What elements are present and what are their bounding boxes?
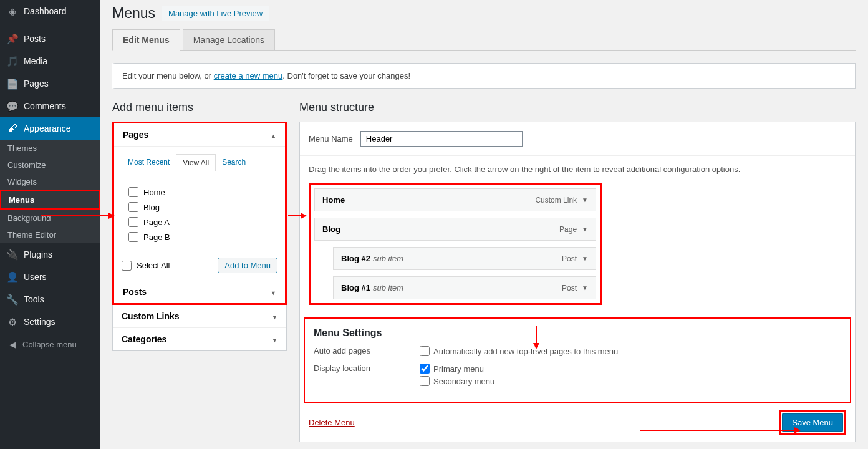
checkbox-secondary-menu[interactable]: [420, 376, 430, 386]
svg-marker-3: [301, 213, 307, 219]
custom-links-accordion-header[interactable]: Custom Links: [113, 305, 286, 328]
sidebar-item-dashboard[interactable]: ◈Dashboard: [0, 0, 100, 22]
checkbox-home[interactable]: [128, 187, 138, 197]
pages-icon: 📄: [6, 77, 19, 90]
appearance-submenu: Themes Customize Widgets Menus Backgroun…: [0, 140, 100, 243]
page-title: Menus: [112, 5, 155, 22]
submenu-theme-editor[interactable]: Theme Editor: [0, 226, 100, 243]
menu-item-sub: sub item: [373, 254, 403, 263]
admin-sidebar: ◈Dashboard 📌Posts 🎵Media 📄Pages 💬Comment…: [0, 0, 100, 449]
page-checkbox-row: Home: [128, 185, 271, 200]
posts-title: Posts: [123, 287, 147, 297]
live-preview-button[interactable]: Manage with Live Preview: [162, 6, 269, 21]
sidebar-item-tools[interactable]: 🔧Tools: [0, 288, 100, 311]
svg-marker-1: [109, 213, 115, 219]
submenu-menus[interactable]: Menus: [0, 190, 100, 210]
annotation-arrow: [288, 211, 307, 221]
menu-name-row: Menu Name: [300, 122, 855, 156]
menu-name-input[interactable]: [360, 131, 523, 147]
sidebar-item-media[interactable]: 🎵Media: [0, 50, 100, 72]
tab-view-all[interactable]: View All: [176, 154, 216, 171]
menu-item-type: Post: [562, 284, 577, 292]
caret-down-icon: [272, 334, 277, 344]
sidebar-label: Users: [24, 272, 47, 282]
plugin-icon: 🔌: [6, 248, 19, 261]
sidebar-item-settings[interactable]: ⚙Settings: [0, 311, 100, 333]
menu-body: Drag the items into the order you prefer…: [300, 156, 855, 314]
pages-panel-highlight: Pages Most Recent View All Search Home B…: [112, 122, 287, 305]
delete-menu-link[interactable]: Delete Menu: [309, 418, 355, 427]
collapse-icon: ◀: [6, 338, 19, 350]
caret-up-icon: [271, 130, 276, 140]
tab-most-recent[interactable]: Most Recent: [122, 154, 176, 171]
sidebar-item-pages[interactable]: 📄Pages: [0, 72, 100, 95]
submenu-widgets[interactable]: Widgets: [0, 173, 100, 190]
menu-item-home[interactable]: Home Custom Link▼: [314, 188, 596, 211]
menu-item-blog-2[interactable]: Blog #2sub item Post▼: [333, 247, 596, 270]
menu-item-blog[interactable]: Blog Page▼: [314, 218, 596, 241]
svg-marker-8: [794, 427, 801, 433]
create-menu-link[interactable]: create a new menu: [214, 71, 283, 80]
menu-item-type: Custom Link: [535, 196, 577, 205]
add-items-column: Add menu items Pages Most Recent View Al…: [112, 101, 287, 442]
menu-panel: Menu Name Drag the items into the order …: [299, 122, 856, 442]
brush-icon: 🖌: [6, 122, 19, 135]
menu-item-label: Blog: [322, 224, 340, 234]
tab-edit-menus[interactable]: Edit Menus: [112, 29, 180, 51]
categories-accordion-header[interactable]: Categories: [113, 328, 286, 350]
menu-name-label: Menu Name: [309, 134, 353, 143]
auto-add-text: Automatically add new top-level pages to…: [433, 347, 618, 356]
checkbox-primary-menu[interactable]: [420, 364, 430, 374]
sidebar-label: Appearance: [24, 123, 71, 133]
pages-title: Pages: [123, 130, 148, 140]
caret-down-icon: ▼: [582, 255, 588, 262]
drag-hint: Drag the items into the order you prefer…: [309, 165, 846, 174]
categories-title: Categories: [122, 334, 166, 344]
add-row: Select All Add to Menu: [122, 258, 277, 273]
posts-accordion-header[interactable]: Posts: [114, 281, 285, 303]
menu-item-type: Post: [562, 254, 577, 263]
checkbox-auto-add[interactable]: [420, 346, 430, 356]
menu-item-blog-1[interactable]: Blog #1sub item Post▼: [333, 276, 596, 299]
menu-item-label: Blog #1: [341, 283, 370, 292]
comments-icon: 💬: [6, 100, 19, 112]
pages-accordion-header[interactable]: Pages: [114, 123, 285, 147]
menu-structure-column: Menu structure Menu Name Drag the items …: [299, 101, 856, 442]
tab-manage-locations[interactable]: Manage Locations: [183, 29, 275, 50]
collapse-menu[interactable]: ◀Collapse menu: [0, 333, 100, 355]
checkbox-page-a[interactable]: [128, 217, 138, 227]
sidebar-label: Settings: [24, 317, 55, 327]
sidebar-item-plugins[interactable]: 🔌Plugins: [0, 243, 100, 266]
sidebar-label: Plugins: [24, 249, 52, 259]
tools-icon: 🔧: [6, 293, 19, 306]
page-label: Home: [143, 188, 165, 197]
display-location-label: Display location: [314, 364, 420, 389]
sidebar-item-comments[interactable]: 💬Comments: [0, 95, 100, 117]
checkbox-blog[interactable]: [128, 202, 138, 212]
edit-notice: Edit your menu below, or create a new me…: [112, 63, 856, 89]
add-to-menu-button[interactable]: Add to Menu: [218, 258, 277, 273]
secondary-menu-option: Secondary menu: [420, 376, 494, 386]
sidebar-item-posts[interactable]: 📌Posts: [0, 27, 100, 50]
columns: Add menu items Pages Most Recent View Al…: [112, 101, 856, 442]
pages-body: Most Recent View All Search Home Blog Pa…: [114, 147, 285, 281]
svg-marker-5: [533, 343, 539, 349]
page-label: Page A: [143, 218, 170, 227]
sidebar-label: Dashboard: [24, 6, 67, 16]
settings-icon: ⚙: [6, 316, 19, 328]
media-icon: 🎵: [6, 55, 19, 67]
display-location-row: Display location Primary menu Secondary …: [314, 364, 841, 389]
checkbox-select-all[interactable]: [122, 261, 132, 271]
submenu-customize[interactable]: Customize: [0, 157, 100, 173]
add-items-title: Add menu items: [112, 101, 287, 114]
auto-add-option: Automatically add new top-level pages to…: [420, 346, 618, 356]
auto-add-label: Auto add pages: [314, 346, 420, 359]
collapse-label: Collapse menu: [22, 340, 77, 349]
sidebar-label: Tools: [24, 294, 44, 304]
tab-search[interactable]: Search: [216, 154, 252, 171]
menu-item-sub: sub item: [373, 283, 403, 292]
sidebar-item-appearance[interactable]: 🖌Appearance: [0, 117, 100, 140]
submenu-themes[interactable]: Themes: [0, 140, 100, 157]
checkbox-page-b[interactable]: [128, 232, 138, 242]
sidebar-item-users[interactable]: 👤Users: [0, 266, 100, 288]
